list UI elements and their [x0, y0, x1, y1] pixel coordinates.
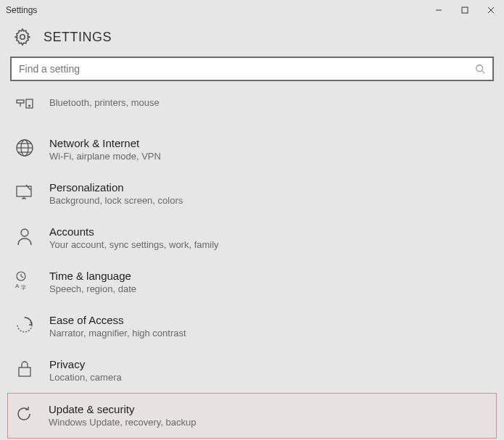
item-desc: Background, lock screen, colors	[49, 195, 183, 206]
settings-item-update-security[interactable]: Update & security Windows Update, recove…	[7, 393, 497, 439]
settings-item-privacy[interactable]: Privacy Location, camera	[10, 349, 494, 393]
svg-rect-7	[17, 100, 24, 103]
item-title: Privacy	[49, 358, 122, 370]
item-desc: Your account, sync settings, work, famil…	[49, 239, 219, 250]
svg-rect-26	[19, 368, 30, 376]
item-desc: Bluetooth, printers, mouse	[49, 97, 160, 108]
settings-item-ease-of-access[interactable]: Ease of Access Narrator, magnifier, high…	[10, 304, 494, 349]
item-title: Personalization	[49, 181, 183, 194]
globe-icon	[13, 136, 36, 159]
svg-point-5	[476, 65, 483, 72]
minimize-button[interactable]	[426, 0, 452, 20]
svg-line-6	[482, 71, 485, 74]
svg-point-10	[29, 105, 30, 107]
settings-item-accounts[interactable]: Accounts Your account, sync settings, wo…	[10, 216, 494, 260]
settings-item-devices[interactable]: Bluetooth, printers, mouse	[10, 90, 494, 128]
svg-text:A: A	[15, 283, 20, 289]
page-title: SETTINGS	[44, 30, 112, 45]
lock-icon	[13, 357, 36, 381]
time-language-icon: A 字	[13, 269, 36, 292]
item-title: Accounts	[49, 225, 219, 238]
item-title: Update & security	[49, 403, 197, 415]
search-input[interactable]	[19, 58, 475, 80]
item-title: Ease of Access	[49, 314, 186, 326]
close-button[interactable]	[478, 0, 504, 20]
titlebar: Settings	[0, 0, 504, 20]
svg-rect-1	[462, 7, 468, 13]
item-desc: Location, camera	[49, 372, 122, 383]
svg-text:字: 字	[21, 285, 26, 290]
item-desc: Narrator, magnifier, high contrast	[49, 328, 186, 339]
item-title: Time & language	[49, 270, 136, 282]
person-icon	[13, 225, 36, 248]
window-title: Settings	[6, 5, 426, 15]
svg-line-19	[26, 185, 30, 190]
svg-point-4	[20, 35, 25, 40]
search-box[interactable]	[10, 57, 494, 81]
svg-point-20	[21, 229, 28, 236]
settings-item-time-language[interactable]: A 字 Time & language Speech, region, date	[10, 260, 494, 304]
settings-list: Bluetooth, printers, mouse Network & Int…	[0, 90, 504, 439]
personalization-icon	[13, 180, 36, 204]
devices-icon	[13, 94, 36, 117]
maximize-button[interactable]	[452, 0, 478, 20]
ease-of-access-icon	[13, 313, 36, 336]
update-icon	[12, 402, 36, 426]
gear-icon	[13, 28, 32, 46]
svg-line-23	[21, 276, 23, 278]
page-header: SETTINGS	[0, 20, 504, 57]
item-title: Network & Internet	[49, 137, 161, 149]
search-icon	[475, 64, 485, 74]
item-desc: Windows Update, recovery, backup	[49, 417, 197, 428]
item-desc: Wi-Fi, airplane mode, VPN	[49, 151, 161, 162]
settings-item-personalization[interactable]: Personalization Background, lock screen,…	[10, 172, 494, 216]
settings-item-network[interactable]: Network & Internet Wi-Fi, airplane mode,…	[10, 128, 494, 172]
item-desc: Speech, region, date	[49, 283, 136, 294]
